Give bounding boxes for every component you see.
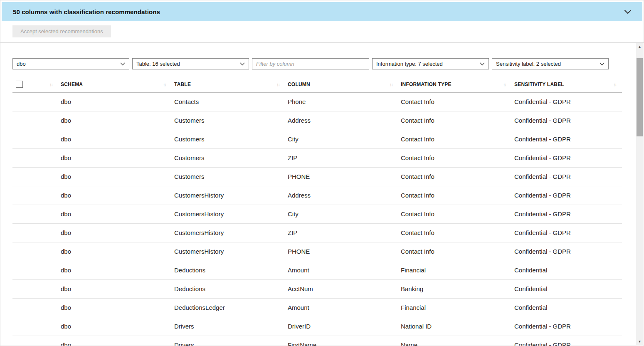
table-filter-value: Table: 16 selected (136, 61, 180, 67)
information-type-column-header[interactable]: INFORMATION TYPE ↑↓ (398, 77, 512, 92)
column-cell: PHONE (285, 167, 398, 186)
recommendations-banner[interactable]: 50 columns with classification recommend… (2, 2, 642, 21)
row-select-cell (12, 111, 58, 130)
scroll-up-arrow[interactable]: ▲ (636, 43, 643, 50)
sort-icon: ↑↓ (613, 82, 616, 87)
sensitivity-label-cell: Confidential - GDPR (512, 148, 622, 167)
table-row[interactable]: dbo Drivers DriverID National ID Confide… (12, 317, 622, 336)
table-row[interactable]: dbo Customers PHONE Contact Info Confide… (12, 167, 622, 186)
information-type-cell: Banking (398, 279, 512, 298)
sensitivity-label-cell: Confidential - GDPR (512, 205, 622, 223)
sensitivity-label-cell: Confidential - GDPR (512, 130, 622, 148)
accept-recommendations-button[interactable]: Accept selected recommendations (12, 25, 111, 37)
table-row[interactable]: dbo Customers City Contact Info Confiden… (12, 130, 622, 148)
table-row[interactable]: dbo Deductions Amount Financial Confiden… (12, 261, 622, 279)
column-column-header[interactable]: COLUMN ↑↓ (285, 77, 398, 92)
header-label: TABLE (174, 82, 191, 87)
sensitivity-label-cell: Confidential (512, 261, 622, 279)
row-select-cell (12, 336, 58, 346)
table-row[interactable]: dbo Contacts Phone Contact Info Confiden… (12, 92, 622, 111)
schema-cell: dbo (58, 148, 172, 167)
table-header-row: ↑↓ SCHEMA ↑↓ TABLE ↑↓ (12, 77, 622, 92)
table-cell: DeductionsLedger (172, 298, 285, 317)
header-label: SENSITIVITY LABEL (514, 82, 564, 87)
table-cell: Drivers (172, 336, 285, 346)
schema-filter-dropdown[interactable]: dbo (12, 58, 129, 69)
chevron-down-icon[interactable] (624, 10, 632, 14)
column-cell: City (285, 130, 398, 148)
column-cell: Address (285, 111, 398, 130)
sensitivity-label-cell: Confidential - GDPR (512, 92, 622, 111)
schema-cell: dbo (58, 242, 172, 261)
column-cell: PHONE (285, 242, 398, 261)
banner-title: 50 columns with classification recommend… (13, 8, 160, 15)
table-cell: Customers (172, 111, 285, 130)
sort-icon: ↑↓ (163, 82, 166, 87)
schema-cell: dbo (58, 186, 172, 205)
column-cell: DriverID (285, 317, 398, 336)
information-type-cell: Contact Info (398, 186, 512, 205)
table-cell: Customers (172, 130, 285, 148)
table-cell: CustomersHistory (172, 242, 285, 261)
sensitivity-label-cell: Confidential - GDPR (512, 317, 622, 336)
sort-icon: ↑↓ (49, 82, 52, 87)
sensitivity-label-cell: Confidential - GDPR (512, 186, 622, 205)
header-label: COLUMN (288, 82, 310, 87)
header-label: SCHEMA (61, 82, 83, 87)
table-row[interactable]: dbo Drivers FirstName Name Confidential … (12, 336, 622, 346)
table-cell: Drivers (172, 317, 285, 336)
information-type-cell: Financial (398, 261, 512, 279)
table-row[interactable]: dbo CustomersHistory Address Contact Inf… (12, 186, 622, 205)
information-type-cell: Contact Info (398, 92, 512, 111)
table-column-header[interactable]: TABLE ↑↓ (172, 77, 285, 92)
table-filter-dropdown[interactable]: Table: 16 selected (132, 58, 249, 69)
table-row[interactable]: dbo CustomersHistory City Contact Info C… (12, 205, 622, 223)
information-type-cell: National ID (398, 317, 512, 336)
schema-cell: dbo (58, 279, 172, 298)
column-cell: Phone (285, 92, 398, 111)
sensitivity-label-cell: Confidential - GDPR (512, 336, 622, 346)
schema-cell: dbo (58, 92, 172, 111)
row-select-cell (12, 130, 58, 148)
information-type-cell: Contact Info (398, 111, 512, 130)
information-type-filter-dropdown[interactable]: Information type: 7 selected (372, 58, 489, 69)
header-label: INFORMATION TYPE (401, 82, 452, 87)
select-all-checkbox[interactable] (16, 81, 23, 88)
schema-column-header[interactable]: SCHEMA ↑↓ (58, 77, 172, 92)
table-cell: CustomersHistory (172, 186, 285, 205)
table-row[interactable]: dbo CustomersHistory ZIP Contact Info Co… (12, 223, 622, 242)
sensitivity-label-cell: Confidential - GDPR (512, 242, 622, 261)
sensitivity-label-cell: Confidential - GDPR (512, 167, 622, 186)
schema-cell: dbo (58, 111, 172, 130)
column-cell: AcctNum (285, 279, 398, 298)
sensitivity-label-filter-dropdown[interactable]: Sensitivity label: 2 selected (492, 58, 609, 69)
table-row[interactable]: dbo Customers ZIP Contact Info Confident… (12, 148, 622, 167)
chevron-down-icon (600, 62, 605, 66)
chevron-down-icon (120, 62, 125, 66)
row-select-cell (12, 242, 58, 261)
information-type-cell: Name (398, 336, 512, 346)
table-row[interactable]: dbo Customers Address Contact Info Confi… (12, 111, 622, 130)
information-type-cell: Contact Info (398, 223, 512, 242)
column-filter-input[interactable] (252, 58, 369, 69)
table-row[interactable]: dbo CustomersHistory PHONE Contact Info … (12, 242, 622, 261)
table-row[interactable]: dbo DeductionsLedger Amount Financial Co… (12, 298, 622, 317)
sensitivity-label-column-header[interactable]: SENSITIVITY LABEL ↑↓ (512, 77, 622, 92)
table-row[interactable]: dbo Deductions AcctNum Banking Confident… (12, 279, 622, 298)
row-select-cell (12, 223, 58, 242)
column-cell: Address (285, 186, 398, 205)
sort-icon: ↑↓ (503, 82, 506, 87)
row-select-cell (12, 205, 58, 223)
classification-recommendations-panel: 50 columns with classification recommend… (0, 0, 644, 346)
select-all-header[interactable]: ↑↓ (12, 77, 58, 92)
row-select-cell (12, 261, 58, 279)
column-cell: ZIP (285, 223, 398, 242)
table-cell: Deductions (172, 279, 285, 298)
column-cell: City (285, 205, 398, 223)
scrollbar-thumb[interactable] (637, 58, 643, 136)
sort-icon: ↑↓ (390, 82, 392, 87)
column-cell: FirstName (285, 336, 398, 346)
vertical-scrollbar[interactable]: ▲ ▼ (636, 43, 643, 345)
chevron-down-icon (240, 62, 245, 66)
scroll-down-arrow[interactable]: ▼ (636, 338, 643, 345)
